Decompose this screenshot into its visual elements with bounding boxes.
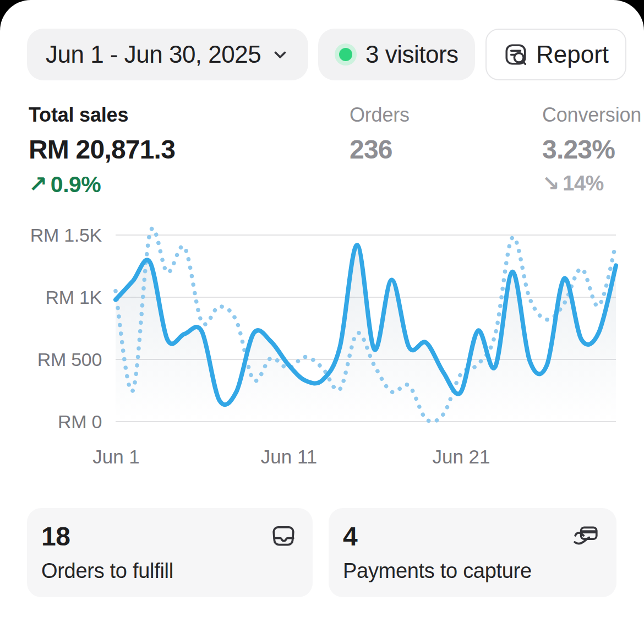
- payments-to-capture-card[interactable]: 4 Payments to capture: [329, 508, 616, 597]
- conversion-label: Conversion: [542, 103, 641, 127]
- total-sales-label: Total sales: [29, 103, 175, 127]
- x-axis-tick-jun1: Jun 1: [56, 445, 177, 469]
- x-axis-tick-jun21: Jun 21: [401, 445, 522, 469]
- date-range-selector[interactable]: Jun 1 - Jun 30, 2025: [27, 29, 308, 80]
- total-sales-delta: ↗ 0.9%: [29, 171, 175, 198]
- x-axis-tick-jun11: Jun 11: [228, 445, 350, 469]
- chevron-down-icon: [271, 45, 290, 64]
- live-visitors-badge[interactable]: 3 visitors: [318, 29, 475, 80]
- metric-total-sales[interactable]: Total sales RM 20,871.3 ↗ 0.9%: [29, 103, 175, 198]
- orders-to-fulfill-count: 18: [41, 521, 70, 552]
- sales-line-chart: [0, 209, 644, 473]
- total-sales-delta-value: 0.9%: [51, 172, 101, 198]
- date-range-label: Jun 1 - Jun 30, 2025: [46, 41, 261, 68]
- total-sales-value: RM 20,871.3: [29, 134, 175, 165]
- live-dot-icon: [335, 43, 357, 66]
- trend-up-arrow-icon: ↗: [29, 171, 47, 198]
- inbox-icon: [271, 523, 296, 549]
- hand-card-icon: [572, 523, 600, 549]
- payments-to-capture-label: Payments to capture: [343, 559, 600, 583]
- metric-orders[interactable]: Orders 236: [350, 103, 410, 165]
- orders-to-fulfill-label: Orders to fulfill: [41, 559, 296, 583]
- analytics-dashboard: Jun 1 - Jun 30, 2025 3 visitors Report T…: [0, 0, 644, 644]
- report-icon: [503, 42, 528, 67]
- orders-label: Orders: [350, 103, 410, 127]
- payments-to-capture-count: 4: [343, 521, 357, 552]
- report-button[interactable]: Report: [485, 29, 626, 80]
- trend-down-arrow-icon: ↘: [542, 171, 559, 195]
- visitors-label: 3 visitors: [365, 41, 459, 68]
- conversion-value: 3.23%: [542, 134, 641, 165]
- conversion-delta: ↘ 14%: [542, 171, 641, 195]
- conversion-delta-value: 14%: [563, 172, 604, 195]
- orders-value: 236: [350, 134, 410, 165]
- orders-to-fulfill-card[interactable]: 18 Orders to fulfill: [27, 508, 313, 597]
- metric-conversion[interactable]: Conversion 3.23% ↘ 14%: [542, 103, 641, 195]
- report-label: Report: [536, 41, 609, 68]
